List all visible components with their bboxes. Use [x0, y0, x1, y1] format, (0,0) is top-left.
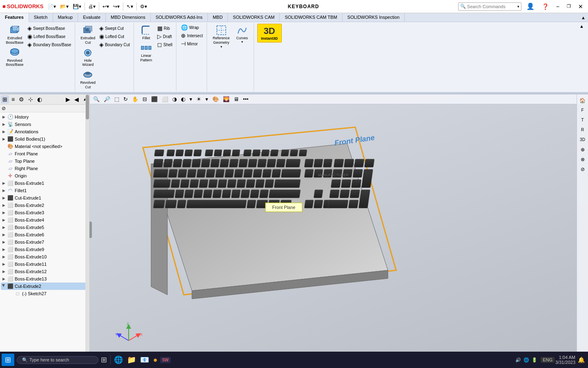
appearance-button[interactable]: ◐ — [36, 95, 44, 103]
ribbon-collapse-button[interactable]: ▲ — [579, 13, 588, 22]
lofted-cut-button[interactable]: ◉ Lofted Cut — [98, 33, 131, 40]
wrap-button[interactable]: 🌐 Wrap — [180, 24, 200, 31]
reference-geometry-button[interactable]: ReferenceGeometry ▾ — [210, 24, 232, 49]
tab-features[interactable]: Features — [0, 13, 29, 22]
taskbar-time[interactable]: 1:04 AM 3/31/2023 — [555, 355, 575, 365]
tree-scrollbar[interactable] — [85, 94, 89, 365]
view-front-button[interactable]: F — [578, 106, 587, 115]
file-explorer-button[interactable]: 📁 — [125, 355, 138, 365]
tree-item-boss-extrude12[interactable]: ▶ ⬜ Boss-Extrude12 — [1, 268, 89, 275]
search-input[interactable] — [467, 4, 516, 9]
tree-item-right-plane[interactable]: ▶ ▱ Right Plane — [1, 165, 89, 172]
tab-inspection[interactable]: SOLIDWORKS Inspection — [343, 13, 405, 22]
revolved-cut-button[interactable]: RevolvedCut — [78, 68, 97, 90]
start-button[interactable]: ⊞ — [2, 354, 14, 366]
language-indicator[interactable]: ENG — [541, 357, 555, 363]
vp-display-1[interactable]: ⬛ — [149, 95, 159, 103]
vp-appearance[interactable]: 🎨 — [211, 95, 220, 103]
boundary-cut-button[interactable]: ◈ Boundary Cut — [98, 41, 131, 48]
shell-button[interactable]: ◻ Shell — [156, 41, 174, 48]
vp-display-3[interactable]: ◑ — [171, 95, 178, 103]
options-button[interactable]: ⚙▾ — [138, 3, 149, 10]
feature-manager-button[interactable]: ⊞ — [1, 95, 9, 103]
tab-cam[interactable]: SOLIDWORKS CAM — [228, 13, 280, 22]
tree-item-material[interactable]: ▶ 🎨 Material <not specified> — [1, 143, 89, 150]
save-button[interactable]: 💾▾ — [71, 3, 83, 10]
tree-item-front-plane[interactable]: ▶ ▱ Front Plane — [1, 150, 89, 157]
print-button[interactable]: 🖨▾ — [87, 3, 97, 10]
tree-item-boss-extrude11[interactable]: ▶ ⬜ Boss-Extrude11 — [1, 260, 89, 268]
view-right-button[interactable]: R — [578, 126, 587, 135]
tree-item-boss-extrude4[interactable]: ▶ ⬜ Boss-Extrude4 — [1, 216, 89, 224]
vp-display-2[interactable]: ⬜ — [160, 95, 170, 103]
lofted-boss-button[interactable]: ◉ Lofted Boss/Base — [26, 33, 72, 40]
tab-mbd-dimensions[interactable]: MBD Dimensions — [106, 13, 151, 22]
tree-item-boss-extrude3[interactable]: ▶ ⬜ Boss-Extrude3 — [1, 209, 89, 216]
tree-item-fillet1[interactable]: ▶ ◠ Fillet1 — [1, 187, 89, 194]
tree-item-boss-extrude5[interactable]: ▶ ⬜ Boss-Extrude5 — [1, 224, 89, 231]
undo-button[interactable]: ↩▾ — [101, 3, 111, 10]
taskbar-search-box[interactable]: 🔍 Type here to search — [17, 356, 98, 364]
swept-cut-button[interactable]: ◈ Swept Cut — [98, 25, 131, 32]
task-view-button[interactable]: ⊞ — [99, 355, 109, 365]
view-filter-button[interactable]: ⊘ — [578, 165, 587, 174]
vp-zoom-in[interactable]: 🔎 — [102, 95, 112, 103]
vp-more[interactable]: ••• — [241, 95, 250, 103]
notification-button[interactable]: 🔔 — [576, 356, 586, 364]
new-button[interactable]: 📄▾ — [46, 3, 58, 10]
vp-monitor[interactable]: 🖥 — [232, 95, 241, 103]
panel-resize-handle[interactable] — [89, 222, 92, 238]
dim-expert-button[interactable]: ⊹ — [27, 95, 35, 103]
vp-scene[interactable]: 🌄 — [221, 95, 231, 103]
restore-button[interactable]: ❐ — [564, 3, 573, 10]
tree-item-cut-extrude2[interactable]: ▶ ⬛ Cut-Extrude2 — [1, 283, 89, 290]
tree-item-cut-extrude1[interactable]: ▶ ⬛ Cut-Extrude1 — [1, 194, 89, 202]
ribbon-arrow-up[interactable]: ▲ — [577, 23, 586, 29]
user-icon[interactable]: 👤 — [524, 2, 537, 11]
vp-pan[interactable]: ✋ — [130, 95, 140, 103]
config-manager-button[interactable]: ⚙ — [17, 95, 26, 103]
tree-item-boss-extrude2[interactable]: ▶ ⬜ Boss-Extrude2 — [1, 202, 89, 209]
vp-light-dropdown[interactable]: ▾ — [204, 95, 210, 103]
search-box[interactable]: 🔍 ▾ — [458, 2, 521, 11]
view-top-button[interactable]: T — [578, 116, 587, 125]
tab-markup[interactable]: Markup — [53, 13, 78, 22]
chrome-button[interactable]: ● — [151, 355, 159, 365]
tree-item-annotations[interactable]: ▶ 📝 Annotations — [1, 128, 89, 135]
tab-sketch[interactable]: Sketch — [29, 13, 53, 22]
tree-item-boss-extrude1[interactable]: ▶ ⬜ Boss-Extrude1 — [1, 180, 89, 187]
vp-rotate[interactable]: ↻ — [122, 95, 129, 103]
tree-item-sketch27[interactable]: ▶ □ (-) Sketch27 — [8, 290, 89, 297]
view-normal-button[interactable]: ⊕ — [578, 145, 587, 154]
help-button[interactable]: ❓ — [539, 2, 551, 11]
tree-scrollbar-thumb[interactable] — [86, 95, 89, 119]
viewport[interactable]: 🔍 🔎 ⬚ ↻ ✋ ⊟ ⬛ ⬜ ◑ ◐ ▾ ☀ ▾ 🎨 🌄 🖥 ••• — [90, 94, 588, 365]
tree-item-boss-extrude10[interactable]: ▶ ⬜ Boss-Extrude10 — [1, 253, 89, 260]
vp-zoom-box[interactable]: ⬚ — [113, 95, 121, 103]
hole-wizard-button[interactable]: HoleWizard — [78, 46, 97, 68]
redo-button[interactable]: ↪▾ — [111, 3, 121, 10]
property-manager-button[interactable]: ≡ — [10, 95, 16, 103]
tree-item-boss-extrude6[interactable]: ▶ ⬜ Boss-Extrude6 — [1, 231, 89, 238]
tree-item-boss-extrude9[interactable]: ▶ ⬜ Boss-Extrude9 — [1, 246, 89, 253]
tree-item-origin[interactable]: ▶ ✛ Origin — [1, 172, 89, 180]
tree-item-top-plane[interactable]: ▶ ▱ Top Plane — [1, 157, 89, 165]
revolved-boss-button[interactable]: RevolvedBoss/Base — [4, 46, 25, 68]
curves-button[interactable]: Curves ▾ — [233, 24, 251, 45]
swept-boss-button[interactable]: ◈ Swept Boss/Base — [26, 25, 72, 32]
instant3d-button[interactable]: 3D Instant3D — [257, 24, 282, 43]
tree-item-solid-bodies[interactable]: ▶ ⬛ Solid Bodies(1) — [1, 135, 89, 143]
intersect-button[interactable]: ⊕ Intersect — [180, 32, 204, 39]
fillet-button[interactable]: Fillet — [137, 24, 155, 41]
tree-item-sensors[interactable]: ▶ 📡 Sensors — [1, 121, 89, 128]
select-button[interactable]: ↖▾ — [125, 3, 135, 10]
vp-display-4[interactable]: ◐ — [179, 95, 187, 103]
extruded-cut-button[interactable]: ExtrudedCut — [78, 24, 97, 46]
panel-expand-right[interactable]: ▶ — [64, 95, 72, 103]
minimize-button[interactable]: − — [554, 2, 562, 11]
extruded-boss-button[interactable]: ExtrudedBoss/Base — [4, 24, 25, 46]
close-button[interactable]: ✕ — [576, 2, 586, 11]
linear-pattern-button[interactable]: LinearPattern — [137, 41, 155, 63]
open-button[interactable]: 📂▾ — [58, 3, 70, 10]
vp-zoom-to-fit[interactable]: 🔍 — [91, 95, 101, 103]
